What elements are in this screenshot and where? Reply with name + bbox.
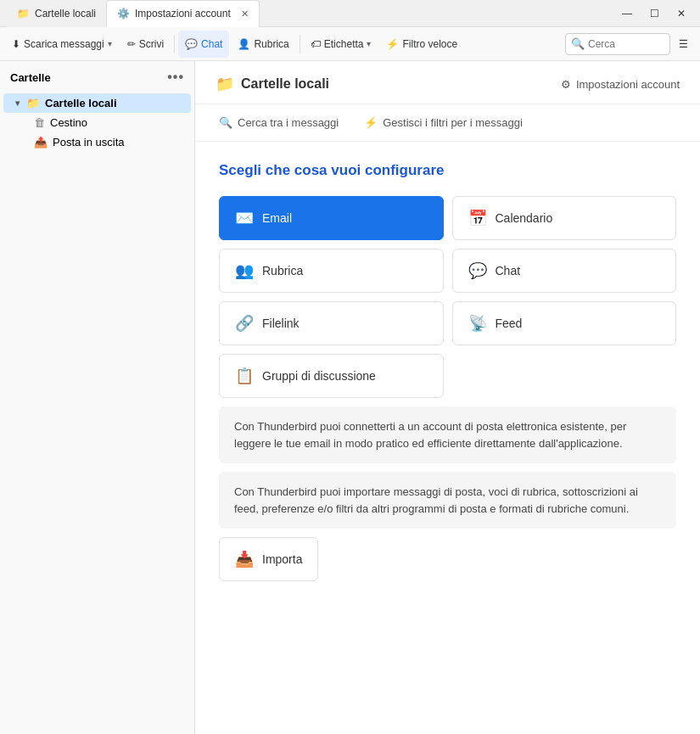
sidebar-title: Cartelle — [10, 71, 51, 84]
quick-filter-button[interactable]: ⚡ Filtro veloce — [379, 31, 464, 58]
folder-icon-local: 📁 — [26, 97, 40, 109]
contacts-icon: 👤 — [238, 38, 250, 50]
calendar-config-button[interactable]: 📅 Calendario — [452, 196, 677, 240]
search-messages-button[interactable]: 🔍 Cerca tra i messaggi — [219, 116, 339, 129]
menu-button[interactable]: ☰ — [672, 31, 695, 58]
toolbar-separator-1 — [174, 35, 175, 53]
email-config-button[interactable]: ✉️ Email — [219, 196, 444, 240]
filelink-icon: 🔗 — [235, 314, 254, 333]
trash-icon: 🗑 — [34, 116, 45, 129]
contacts-config-icon: 👥 — [235, 261, 254, 280]
contacts-config-button[interactable]: 👥 Rubrica — [219, 249, 444, 293]
configure-title: Scegli che cosa vuoi configurare — [219, 162, 676, 179]
toolbar-separator-2 — [300, 35, 300, 53]
minimize-button[interactable]: — — [615, 5, 639, 22]
feed-icon: 📡 — [468, 314, 487, 333]
filter-action-icon: ⚡ — [364, 116, 378, 129]
discussion-groups-button[interactable]: 📋 Gruppi di discussione — [219, 354, 444, 398]
tab-impostazioni-account[interactable]: ⚙️ Impostazioni account ✕ — [106, 0, 260, 27]
content-area: 📁 Cartelle locali ⚙ Impostazioni account… — [195, 61, 700, 734]
tab-cartelle-locali[interactable]: 📁 Cartelle locali — [7, 0, 106, 27]
chat-config-button[interactable]: 💬 Chat — [452, 249, 677, 293]
sidebar-more-button[interactable]: ••• — [167, 70, 184, 85]
action-row: 🔍 Cerca tra i messaggi ⚡ Gestisci i filt… — [195, 104, 700, 142]
expand-arrow-icon: ▾ — [15, 98, 20, 108]
search-icon: 🔍 — [571, 37, 585, 50]
chat-icon: 💬 — [185, 38, 198, 50]
title-bar: 📁 Cartelle locali ⚙️ Impostazioni accoun… — [0, 0, 700, 27]
tab-close-button[interactable]: ✕ — [241, 8, 249, 20]
filelink-config-button[interactable]: 🔗 Filelink — [219, 301, 444, 345]
tag-button[interactable]: 🏷 Etichetta ▾ — [304, 31, 378, 58]
contacts-button[interactable]: 👤 Rubrica — [231, 31, 295, 58]
settings-icon: ⚙️ — [117, 8, 130, 20]
search-action-icon: 🔍 — [219, 116, 232, 129]
info-box-1: Con Thunderbird puoi connetterti a un ac… — [219, 406, 676, 463]
sidebar-header: Cartelle ••• — [0, 61, 194, 93]
main-layout: Cartelle ••• ▾ 📁 Cartelle locali 🗑 Cesti… — [0, 61, 700, 734]
tag-dropdown-icon[interactable]: ▾ — [367, 39, 371, 48]
search-box[interactable]: 🔍 — [565, 33, 670, 55]
wide-button-row: 📋 Gruppi di discussione — [219, 354, 676, 398]
sidebar-item-cestino[interactable]: 🗑 Cestino — [3, 113, 191, 132]
sidebar: Cartelle ••• ▾ 📁 Cartelle locali 🗑 Cesti… — [0, 61, 195, 734]
content-header: 📁 Cartelle locali ⚙ Impostazioni account — [195, 61, 700, 104]
filter-icon: ⚡ — [386, 38, 399, 50]
maximize-button[interactable]: ☐ — [642, 5, 666, 22]
feed-config-button[interactable]: 📡 Feed — [452, 301, 677, 345]
calendar-icon: 📅 — [468, 209, 487, 227]
chat-config-icon: 💬 — [468, 261, 487, 280]
configure-section: Scegli che cosa vuoi configurare ✉️ Emai… — [195, 142, 700, 602]
close-button[interactable]: ✕ — [669, 5, 693, 22]
manage-filters-button[interactable]: ⚡ Gestisci i filtri per i messaggi — [364, 116, 523, 129]
email-icon: ✉️ — [235, 209, 254, 227]
folder-group-local: ▾ 📁 Cartelle locali 🗑 Cestino 📤 Posta in… — [0, 93, 194, 152]
pencil-icon: ✏ — [127, 38, 136, 50]
chat-button[interactable]: 💬 Chat — [178, 31, 229, 58]
sidebar-item-cartelle-locali[interactable]: ▾ 📁 Cartelle locali — [3, 93, 191, 113]
toolbar: ⬇ Scarica messaggi ▾ ✏ Scrivi 💬 Chat 👤 R… — [0, 27, 700, 61]
download-messages-button[interactable]: ⬇ Scarica messaggi ▾ — [5, 31, 119, 58]
folder-icon-header: 📁 — [216, 75, 234, 93]
folder-icon: 📁 — [17, 8, 30, 20]
window-controls: — ☐ ✕ — [615, 5, 693, 22]
content-title: 📁 Cartelle locali — [216, 75, 329, 93]
tag-icon: 🏷 — [311, 38, 321, 50]
sidebar-item-posta-uscita[interactable]: 📤 Posta in uscita — [3, 132, 191, 152]
settings-link[interactable]: ⚙ Impostazioni account — [561, 78, 680, 91]
discussion-icon: 📋 — [235, 367, 254, 385]
download-icon: ⬇ — [12, 38, 20, 50]
import-button[interactable]: 📥 Importa — [219, 537, 318, 581]
dropdown-arrow-icon[interactable]: ▾ — [108, 39, 112, 48]
outbox-icon: 📤 — [34, 136, 48, 148]
search-input[interactable] — [588, 38, 664, 50]
config-grid: ✉️ Email 📅 Calendario 👥 Rubrica 💬 Chat — [219, 196, 676, 345]
info-box-2: Con Thunderbird puoi importare messaggi … — [219, 472, 676, 529]
gear-icon: ⚙ — [561, 78, 571, 91]
import-icon: 📥 — [235, 550, 254, 569]
write-button[interactable]: ✏ Scrivi — [120, 31, 171, 58]
